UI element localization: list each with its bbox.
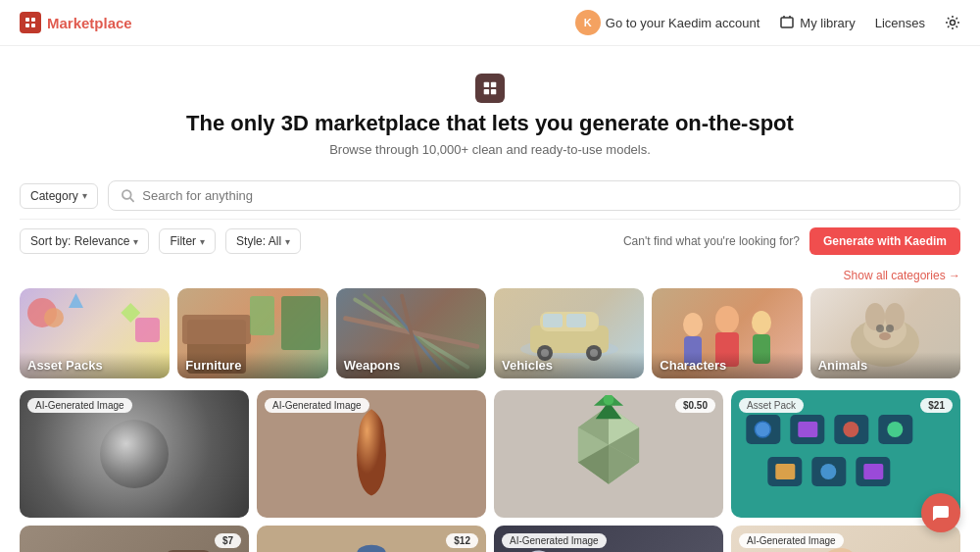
svg-rect-58 [775,464,795,479]
library-nav-label: My library [800,16,855,30]
library-icon [779,15,795,30]
svg-point-50 [755,422,770,437]
category-card-asset-packs[interactable]: Asset Packs [20,288,170,378]
svg-point-38 [879,332,891,340]
filter-label: Filter [170,234,196,248]
character-svg [340,535,404,552]
style-arrow-icon: ▾ [285,236,290,247]
svg-rect-9 [491,89,496,94]
category-card-vehicles[interactable]: Vehicles [494,288,644,378]
svg-point-54 [843,422,858,437]
products-grid: AI-Generated Image AI-Generated Image $0… [0,378,980,552]
settings-nav-item[interactable] [945,15,960,30]
svg-rect-4 [781,18,793,27]
category-label-characters: Characters [652,352,802,378]
style-dropdown[interactable]: Style: All ▾ [225,228,301,254]
sort-arrow-icon: ▾ [133,236,138,247]
category-label-furniture: Furniture [177,352,327,378]
svg-point-30 [752,311,771,334]
svg-point-10 [122,190,131,199]
svg-rect-52 [798,422,817,437]
generate-button[interactable]: Generate with Kaedim [809,227,960,255]
sphere-shape [100,420,169,488]
categories-grid: Asset Packs Furniture Weapons [0,288,980,378]
chair-svg [151,540,239,552]
svg-rect-7 [491,82,496,87]
category-label-vehicles: Vehicles [494,352,644,378]
category-card-characters[interactable]: Characters [652,288,802,378]
chat-icon [931,503,951,523]
svg-rect-25 [566,314,586,327]
logo-text: Marketplace [47,15,132,31]
licenses-nav-label: Licenses [875,16,925,30]
product-card-ear[interactable]: AI-Generated Image [731,526,960,552]
svg-point-26 [683,313,703,336]
svg-rect-3 [31,24,35,27]
search-box [108,180,960,211]
product-badge-sphere: AI-Generated Image [27,398,132,413]
search-icon [121,188,135,203]
header: Marketplace K Go to your Kaedim account … [0,0,980,46]
logo-icon [20,12,41,33]
categories-header: Show all categories → [0,263,980,288]
category-card-animals[interactable]: Animals [810,288,960,378]
svg-rect-0 [25,18,29,22]
avatar: K [575,10,601,35]
product-card-character[interactable]: $12 [257,526,486,552]
svg-point-37 [886,325,894,332]
svg-point-56 [887,422,903,437]
svg-rect-62 [863,464,883,479]
filters-row: Sort by: Relevance ▾ Filter ▾ Style: All… [0,220,980,263]
filter-arrow-icon: ▾ [200,236,205,247]
svg-rect-8 [484,89,489,94]
svg-point-68 [357,545,385,552]
product-card-sphere[interactable]: AI-Generated Image [20,390,249,518]
account-nav-item[interactable]: K Go to your Kaedim account [575,10,760,35]
account-nav-label: Go to your Kaedim account [606,16,760,30]
hero-subtitle: Browse through 10,000+ clean and ready-t… [20,142,960,157]
category-label-asset-packs: Asset Packs [20,352,170,378]
product-price-gem: $0.50 [675,398,715,413]
svg-rect-2 [25,24,29,27]
show-all-categories-link[interactable]: Show all categories → [844,269,960,282]
svg-point-60 [820,464,836,479]
library-nav-item[interactable]: My library [779,15,855,30]
ear-svg [809,535,883,552]
svg-point-36 [876,325,884,332]
hero-title: The only 3D marketplace that lets you ge… [20,111,960,136]
settings-icon [945,15,960,30]
chat-button[interactable] [921,493,960,532]
category-arrow-icon: ▾ [82,190,87,201]
product-card-chair[interactable]: $7 [20,526,249,552]
gem-svg [569,395,648,508]
svg-point-28 [715,306,739,333]
header-nav: K Go to your Kaedim account My library L… [575,10,960,35]
sort-dropdown[interactable]: Sort by: Relevance ▾ [20,228,149,254]
category-label-weapons: Weapons [336,352,486,378]
category-dropdown[interactable]: Category ▾ [20,183,98,209]
product-card-gem[interactable]: $0.50 [494,390,723,518]
tech-svg [736,410,943,498]
vase-svg [342,398,401,504]
search-input[interactable] [142,188,948,203]
category-label: Category [30,189,78,203]
product-card-spoon[interactable]: AI-Generated Image [494,526,723,552]
logo[interactable]: Marketplace [20,12,132,33]
cant-find-text: Can't find what you're looking for? [623,234,800,248]
svg-rect-1 [31,18,35,22]
category-card-furniture[interactable]: Furniture [177,288,327,378]
hero-icon [475,74,505,103]
product-price-character: $12 [446,533,478,548]
svg-line-11 [129,198,133,202]
style-label: Style: All [236,234,281,248]
product-card-vase[interactable]: AI-Generated Image [257,390,486,518]
category-card-weapons[interactable]: Weapons [336,288,486,378]
svg-rect-6 [484,82,489,87]
svg-point-5 [951,21,956,25]
svg-rect-24 [543,314,563,327]
hero-section: The only 3D marketplace that lets you ge… [0,46,980,173]
filter-dropdown[interactable]: Filter ▾ [159,228,216,254]
licenses-nav-item[interactable]: Licenses [875,16,925,30]
category-label-animals: Animals [810,352,960,378]
sort-label: Sort by: Relevance [30,234,129,248]
